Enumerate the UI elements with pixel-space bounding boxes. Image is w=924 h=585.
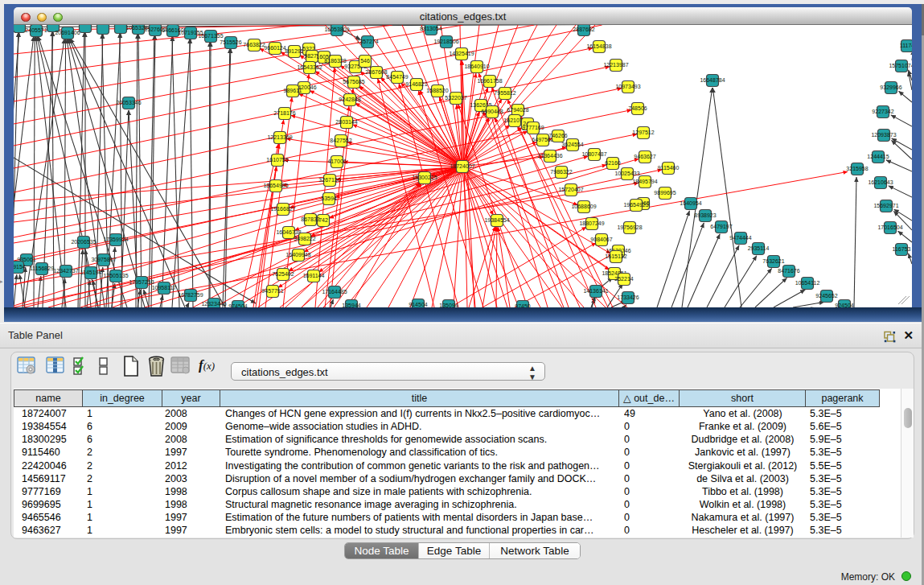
svg-text:8471676: 8471676 (778, 268, 799, 274)
svg-text:252214: 252214 (614, 276, 633, 282)
svg-text:9329966: 9329966 (880, 84, 901, 90)
svg-text:12093873: 12093873 (871, 132, 896, 138)
svg-text:16671355: 16671355 (198, 33, 223, 39)
svg-text:15692971: 15692971 (873, 203, 898, 208)
svg-text:1145194: 1145194 (80, 270, 102, 275)
svg-text:1615132: 1615132 (605, 253, 626, 259)
svg-text:1244415: 1244415 (867, 154, 889, 159)
svg-text:16543362: 16543362 (297, 64, 322, 70)
svg-text:12213369: 12213369 (267, 134, 292, 140)
svg-text:2803144: 2803144 (335, 119, 357, 125)
svg-text:9457791: 9457791 (261, 288, 283, 294)
svg-text:97450: 97450 (515, 303, 531, 307)
svg-text:16053809: 16053809 (324, 27, 349, 32)
svg-text:891295: 891295 (285, 48, 303, 54)
svg-text:16648784: 16648784 (700, 77, 725, 83)
svg-text:8427552: 8427552 (330, 138, 351, 143)
svg-text:19218506: 19218506 (433, 39, 458, 44)
svg-text:2935114: 2935114 (748, 245, 770, 251)
svg-text:9660124: 9660124 (264, 45, 285, 51)
svg-text:16409948: 16409948 (285, 252, 310, 257)
svg-text:8454749: 8454749 (386, 74, 408, 80)
svg-text:1588520: 1588520 (426, 88, 448, 93)
svg-text:11156829: 11156829 (30, 266, 54, 271)
svg-text:18724007: 18724007 (450, 163, 474, 169)
svg-text:18300215: 18300215 (412, 175, 437, 180)
svg-text:1733426: 1733426 (617, 295, 639, 300)
svg-text:21364436: 21364436 (537, 153, 562, 159)
svg-text:914504: 914504 (409, 302, 427, 307)
svg-text:7955812: 7955812 (494, 90, 515, 96)
svg-text:3498222: 3498222 (294, 236, 315, 241)
svg-text:7357274: 7357274 (356, 39, 378, 44)
svg-text:18654985: 18654985 (263, 183, 288, 188)
svg-text:7625402: 7625402 (272, 271, 294, 277)
svg-text:9146821: 9146821 (405, 81, 427, 87)
svg-text:19756928: 19756928 (617, 225, 642, 230)
svg-text:18807249: 18807249 (579, 220, 604, 226)
svg-text:6479197: 6479197 (710, 224, 732, 229)
svg-text:3624554: 3624554 (561, 142, 583, 147)
svg-text:17016504: 17016504 (877, 225, 902, 230)
svg-text:746266: 746266 (548, 133, 567, 138)
svg-text:62160: 62160 (605, 160, 621, 166)
svg-text:5322037: 5322037 (445, 95, 466, 101)
svg-text:1610755: 1610755 (266, 157, 288, 163)
svg-text:8186328: 8186328 (324, 58, 346, 64)
svg-text:19654923: 19654923 (623, 202, 648, 208)
svg-text:417006: 417006 (327, 159, 346, 164)
svg-text:16782759: 16782759 (178, 292, 203, 298)
svg-text:19384554: 19384554 (484, 217, 509, 223)
svg-text:8938923: 8938923 (694, 212, 716, 218)
svg-text:9242848: 9242848 (339, 97, 360, 102)
svg-text:135944: 135944 (342, 303, 360, 307)
svg-text:10958117: 10958117 (152, 285, 177, 290)
svg-text:2887682: 2887682 (573, 27, 594, 32)
svg-text:16046738: 16046738 (276, 229, 301, 235)
svg-text:18640910: 18640910 (464, 64, 489, 69)
svg-text:9227342: 9227342 (872, 109, 893, 114)
svg-text:974504: 974504 (228, 303, 247, 307)
svg-text:10807487: 10807487 (581, 151, 606, 157)
svg-text:7663822: 7663822 (243, 42, 265, 47)
svg-text:12505135: 12505135 (103, 273, 128, 278)
svg-text:18495794: 18495794 (632, 179, 657, 184)
svg-text:135094: 135094 (439, 303, 458, 307)
svg-text:39154: 39154 (14, 264, 26, 270)
svg-text:12213987: 12213987 (603, 62, 628, 68)
svg-text:1297512: 1297512 (632, 130, 654, 135)
svg-text:867833: 867833 (301, 216, 319, 222)
svg-text:10654112: 10654112 (795, 280, 820, 286)
svg-text:20691406: 20691406 (55, 30, 80, 35)
svg-text:6990448: 6990448 (481, 109, 503, 114)
svg-text:10025433: 10025433 (614, 171, 639, 176)
svg-text:3267130: 3267130 (318, 177, 340, 183)
svg-text:14136141: 14136141 (583, 288, 608, 294)
svg-text:16961758: 16961758 (477, 78, 502, 84)
svg-text:17359934: 17359934 (103, 237, 128, 242)
svg-text:7986322: 7986322 (550, 169, 572, 175)
svg-text:116753: 116753 (893, 246, 911, 252)
svg-text:3215958: 3215958 (846, 166, 868, 171)
svg-text:546: 546 (360, 58, 370, 64)
svg-text:12323446: 12323446 (201, 301, 226, 307)
svg-text:15751074: 15751074 (889, 63, 912, 68)
svg-text:9777169: 9777169 (522, 125, 544, 130)
svg-text:17957253: 17957253 (129, 279, 154, 285)
svg-text:30975867: 30975867 (91, 257, 116, 262)
svg-text:19166827: 19166827 (270, 206, 295, 212)
svg-text:12342737: 12342737 (53, 268, 78, 274)
svg-text:5675685: 5675685 (343, 79, 364, 84)
svg-text:6794028: 6794028 (507, 107, 528, 113)
svg-text:10973493: 10973493 (615, 84, 640, 89)
svg-text:11174: 11174 (900, 43, 912, 48)
svg-text:20206535: 20206535 (71, 239, 96, 245)
svg-text:2405571: 2405571 (25, 27, 47, 33)
svg-text:9474444: 9474444 (729, 235, 751, 241)
svg-text:748506: 748506 (628, 105, 647, 111)
svg-text:9115460: 9115460 (658, 165, 680, 171)
svg-text:924504: 924504 (835, 303, 853, 307)
svg-text:14325419: 14325419 (449, 51, 474, 56)
svg-text:9899695: 9899695 (654, 190, 676, 196)
svg-text:2718176: 2718176 (273, 110, 295, 116)
